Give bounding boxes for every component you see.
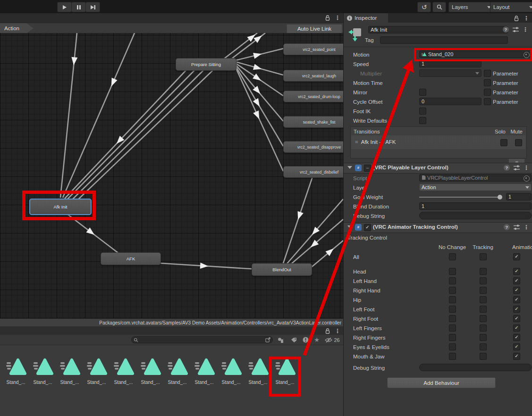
animation-checkbox[interactable]: ✓ [513,353,520,360]
animation-checkbox[interactable]: ✓ [513,253,520,260]
hidden-items-toggle[interactable]: 26 [323,336,342,344]
log-filter-button[interactable] [300,336,311,344]
pause-button[interactable] [71,2,86,12]
add-behaviour-button[interactable]: Add Behaviour [387,377,496,388]
tracking-checkbox[interactable] [480,353,487,360]
lock-icon[interactable] [514,16,519,22]
behaviour-enabled-checkbox[interactable]: – [364,165,371,172]
search-button[interactable] [432,2,446,12]
asset-item-stand-8[interactable]: Stand_... [191,358,218,385]
layer-dropdown[interactable]: Action [419,183,532,191]
presets-icon[interactable] [514,165,520,171]
foldout-icon[interactable] [347,166,352,169]
cycle-offset-parameter-checkbox[interactable] [484,98,491,105]
object-picker-icon[interactable] [524,175,530,182]
project-search-input[interactable] [131,336,273,343]
lock-icon[interactable] [325,15,330,21]
tracking-checkbox[interactable] [480,343,487,350]
no-change-checkbox[interactable] [449,306,456,313]
kebab-menu-icon[interactable]: ⋮ [524,16,529,21]
tracking-checkbox[interactable] [480,315,487,322]
asset-item-stand-2[interactable]: Stand_... [29,358,56,385]
state-node-afk[interactable]: AFK [101,252,161,265]
no-change-checkbox[interactable] [449,353,456,360]
mirror-parameter-checkbox[interactable] [484,89,491,96]
layout-dropdown[interactable]: Layout [490,2,532,12]
state-node-afk-init[interactable]: Afk Init [29,199,92,215]
asset-item-stand-3[interactable]: Stand_... [56,358,83,385]
playable-layer-control-header[interactable]: # – (VRC Playable Layer Control) ? ⋮ [344,163,532,174]
state-node-prepare-sitting[interactable]: Prepare Sitting [176,58,236,71]
auto-live-link-button[interactable]: Auto Live Link [287,24,342,33]
behaviour-enabled-checkbox[interactable]: ✓ [364,224,371,231]
object-picker-icon[interactable] [524,52,530,58]
animation-checkbox[interactable]: ✓ [513,343,520,350]
solo-checkbox[interactable] [500,139,507,146]
kebab-menu-icon[interactable]: ⋮ [524,225,529,230]
no-change-checkbox[interactable] [449,268,456,275]
animation-checkbox[interactable]: ✓ [513,296,520,303]
help-icon[interactable]: ? [504,165,510,171]
animation-checkbox[interactable]: ✓ [513,287,520,294]
kebab-menu-icon[interactable]: ⋮ [335,15,340,21]
no-change-checkbox[interactable] [449,277,456,284]
multiplier-parameter-checkbox[interactable] [484,70,491,77]
tracking-checkbox[interactable] [480,268,487,275]
no-change-checkbox[interactable] [449,287,456,294]
tracking-control-header[interactable]: # ✓ (VRC Animator Tracking Control) ? ⋮ [344,222,532,233]
state-machine-canvas[interactable]: Prepare Sittingvrc2_seated_pointvrc2_sea… [0,33,343,318]
lock-icon[interactable] [325,328,330,334]
asset-item-stand-6[interactable]: Stand_... [137,358,164,385]
undo-history-button[interactable]: ↺ [417,2,431,12]
foot-ik-checkbox[interactable] [419,108,426,115]
tracking-checkbox[interactable] [480,253,487,260]
state-name-field[interactable]: Afk Init [368,26,508,33]
tracking-checkbox[interactable] [480,334,487,341]
tag-field[interactable] [380,36,508,44]
multiplier-dropdown[interactable] [419,69,481,77]
asset-item-stand-9[interactable]: Stand_... [218,358,245,385]
presets-icon[interactable] [513,27,519,33]
state-node-blendout[interactable]: BlendOut [252,263,312,276]
animation-checkbox[interactable]: ✓ [513,334,520,341]
tracking-checkbox[interactable] [480,296,487,303]
breadcrumb-layer-action[interactable]: Action [0,23,34,33]
blend-duration-field[interactable]: 1 [419,202,532,210]
state-node-vrc2-seated-disapprove[interactable]: vrc2_seated_disapprove [283,141,343,153]
tracking-checkbox[interactable] [480,277,487,284]
no-change-checkbox[interactable] [449,296,456,303]
speed-field[interactable]: 1 [419,60,481,67]
foldout-icon[interactable] [347,225,352,228]
mirror-checkbox[interactable] [419,89,426,96]
kebab-menu-icon[interactable]: ⋮ [523,27,528,33]
goal-weight-slider-knob[interactable] [498,195,502,200]
state-node-vrc2-seated-drum-loop[interactable]: vrc2_seated_drum-loop [283,91,343,102]
step-button[interactable] [85,2,100,12]
write-defaults-checkbox[interactable] [419,117,426,124]
state-node-vrc2-seated-disbelief[interactable]: vrc2_seated_disbelief [283,166,343,178]
presets-icon[interactable] [514,225,520,230]
animation-checkbox[interactable]: ✓ [513,306,520,313]
debug-string-field[interactable] [419,364,532,371]
play-button[interactable] [57,2,72,12]
no-change-checkbox[interactable] [449,315,456,322]
state-node-vrc2-seated-laugh[interactable]: vrc2_seated_laugh [283,70,343,82]
asset-item-stand-11[interactable]: Stand_... [271,358,298,385]
asset-item-stand-5[interactable]: Stand_... [110,358,137,385]
tab-inspector[interactable]: i Inspector [344,13,388,23]
layers-dropdown[interactable]: Layers [448,2,494,12]
favorites-button[interactable]: ★ [312,336,322,344]
debug-string-field[interactable] [419,212,532,219]
help-icon[interactable]: ? [504,224,510,230]
asset-item-stand-1[interactable]: Stand_... [2,358,29,385]
animation-checkbox[interactable]: ✓ [513,268,520,275]
no-change-checkbox[interactable] [449,324,456,332]
state-node-vrc2-seated-point[interactable]: vrc2_seated_point [283,43,343,55]
mute-checkbox[interactable] [515,139,522,146]
asset-item-stand-4[interactable]: Stand_... [83,358,110,385]
transition-list-item[interactable]: =Afk Init -> AFK [351,135,525,149]
motion-field[interactable]: Stand_020 [419,50,532,58]
asset-item-stand-7[interactable]: Stand_... [164,358,191,385]
no-change-checkbox[interactable] [449,334,456,341]
drag-handle-icon[interactable]: = [355,139,358,145]
